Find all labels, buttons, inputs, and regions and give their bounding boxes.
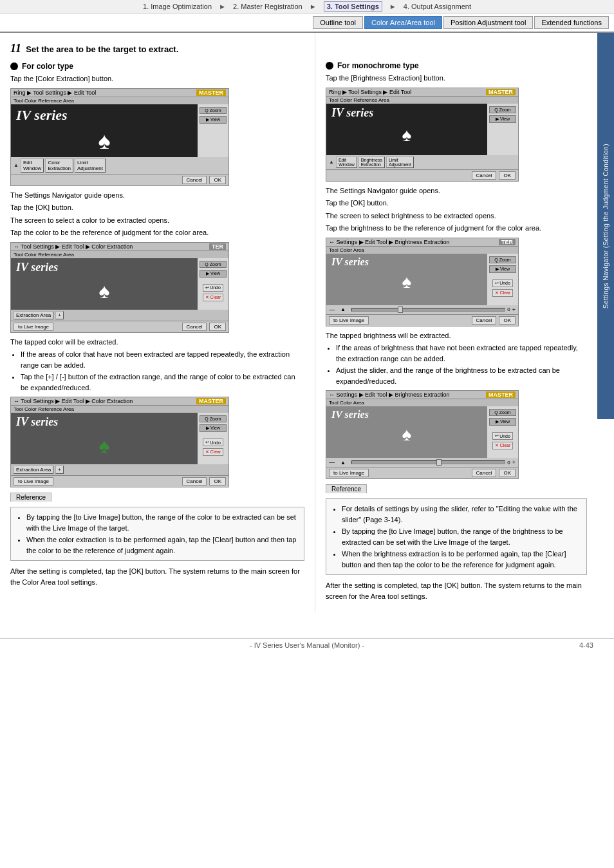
tab-outline-tool[interactable]: Outline tool [313,16,363,29]
left-closing: After the setting is completed, tap the … [10,566,304,587]
undo-btn-l3[interactable]: ↩ Undo [203,439,223,446]
ok-btn-l1[interactable]: OK [209,176,226,184]
undo-btn-l2[interactable]: ↩ Undo [203,284,223,292]
left-bullets: If the areas of color that have not been… [21,349,304,393]
zoom-btn-l2[interactable]: Q Zoom [200,261,227,268]
zoom-btn-r3[interactable]: Q Zoom [489,409,516,416]
plus-btn-l2[interactable]: + [55,311,64,319]
zoom-btn-r2[interactable]: Q Zoom [489,256,516,263]
left-step3: Tap the [OK] button. [10,202,304,213]
ui-screenshot-right-1: Ring ▶ Tool Settings ▶ Edit Tool MASTER … [326,88,519,182]
ui-screenshot-left-2: ↔ Tool Settings ▶ Edit Tool ▶ Color Extr… [10,242,229,333]
bullet-icon-right [326,62,333,70]
footer-text: - IV Series User's Manual (Monitor) - [250,641,364,649]
edit-window-btn-l1[interactable]: EditWindow [21,158,44,173]
right-step1: Tap the [Brightness Extraction] button. [326,73,587,84]
clear-btn-l2[interactable]: ✕ Clear [203,294,224,301]
left-column: 11 Set the area to be the target to extr… [0,33,315,612]
undo-btn-r3[interactable]: ↩ Undo [492,432,513,440]
extract-area-btn-l3[interactable]: Extraction Area [14,466,53,474]
breadcrumb-item-2: 2. Master Registration [233,3,302,10]
ok-btn-r1[interactable]: OK [499,171,516,180]
zoom-btn-r1[interactable]: Q Zoom [489,106,516,113]
left-step6: The tapped color will be extracted. [10,337,304,348]
breadcrumb-item-3: 3. Tool Settings [324,1,382,12]
clear-btn-r3[interactable]: ✕ Clear [492,442,514,449]
to-live-btn-r3[interactable]: to Live Image [329,469,369,477]
tab-color-area[interactable]: Color Area/Area tool [364,16,442,29]
ok-btn-l3[interactable]: OK [209,477,226,486]
cancel-btn-l1[interactable]: Cancel [182,176,207,184]
tab-extended-functions[interactable]: Extended functions [534,16,609,29]
edit-window-btn-r1[interactable]: EditWindow [336,156,357,168]
reference-tab-right: Reference [326,484,367,493]
zoom-btn-l1[interactable]: Q Zoom [200,107,227,114]
left-step5: Tap the color to be the reference of jud… [10,227,304,238]
cancel-btn-r3[interactable]: Cancel [472,469,497,477]
bullet-icon [10,62,18,70]
right-column: For monochrome type Tap the [Brightness … [315,33,597,612]
cancel-btn-r2[interactable]: Cancel [472,316,497,325]
right-step2: The Settings Navigator guide opens. [326,185,587,196]
view-btn-r1[interactable]: ▶ View [489,115,516,123]
to-live-btn-r2[interactable]: to Live Image [329,316,369,325]
chapter-label: Settings Navigator (Setting the Judgment… [597,33,614,419]
view-btn-l1[interactable]: ▶ View [200,116,227,124]
to-live-btn-l2[interactable]: to Live Image [14,323,53,331]
section-header: 11 Set the area to be the target to extr… [10,42,304,55]
view-btn-l3[interactable]: ▶ View [200,424,227,432]
ui-screenshot-left-1: Ring ▶ Tool Settings ▶ Edit Tool MASTER … [10,88,229,186]
clear-btn-l3[interactable]: ✕ Clear [203,448,224,456]
right-step6: The tapped brightness will be extracted. [326,330,587,341]
clear-btn-r2[interactable]: ✕ Clear [492,289,514,297]
breadcrumb: 1. Image Optimization ► 2. Master Regist… [0,0,614,14]
zoom-btn-l3[interactable]: Q Zoom [200,415,227,422]
to-live-btn-l3[interactable]: to Live Image [14,477,53,486]
limit-adj-btn-l1[interactable]: LimitAdjustment [75,158,106,173]
left-step1: Tap the [Color Extraction] button. [10,73,304,84]
cancel-btn-l2[interactable]: Cancel [182,323,207,331]
ui-screenshot-left-3: ↔ Tool Settings ▶ Edit Tool ▶ Color Extr… [10,397,229,487]
ui-screenshot-right-2: ↔ Settings ▶ Edit Tool ▶ Brightness Extr… [326,238,519,326]
right-subsection-title: For monochrome type [326,61,587,70]
reference-list-right: For details of settings by using the sli… [342,504,581,570]
right-bullets: If the areas of brightness that have not… [336,343,587,386]
cancel-btn-r1[interactable]: Cancel [472,171,497,180]
limit-adj-btn-r1[interactable]: LimitAdjustment [386,156,414,168]
section-title: Set the area to be the target to extract… [26,44,178,54]
view-btn-r3[interactable]: ▶ View [489,418,516,426]
extract-area-btn-l2[interactable]: Extraction Area [14,311,53,319]
left-step4: The screen to select a color to be extra… [10,215,304,226]
plus-btn-l3[interactable]: + [55,466,64,474]
step-number: 11 [10,42,21,55]
right-step4: The screen to select brightness to be ex… [326,211,587,222]
right-step3: Tap the [OK] button. [326,198,587,209]
reference-section-left: Reference By tapping the [to Live Image]… [10,493,304,561]
cancel-btn-l3[interactable]: Cancel [182,477,207,486]
ok-btn-r3[interactable]: OK [499,469,516,477]
view-btn-r2[interactable]: ▶ View [489,265,516,273]
ok-btn-l2[interactable]: OK [209,323,226,331]
page-number: 4-43 [579,641,593,649]
reference-list-left: By tapping the [to Live Image] button, t… [26,512,299,556]
breadcrumb-item-4: 4. Output Assignment [404,3,471,10]
reference-section-right: Reference For details of settings by usi… [326,484,587,575]
view-btn-l2[interactable]: ▶ View [200,270,227,278]
tab-position-adjustment[interactable]: Position Adjustment tool [443,16,533,29]
ui-screenshot-right-3: ↔ Settings ▶ Edit Tool ▶ Brightness Extr… [326,390,519,479]
color-extract-btn-l1[interactable]: ColorExtraction [45,158,73,173]
brightness-slider-r2[interactable] [351,308,505,312]
breadcrumb-item-1: 1. Image Optimization [143,3,212,10]
brightness-extract-btn-r1[interactable]: BrightnessExtraction [358,156,385,168]
brightness-slider-r3[interactable] [351,460,505,464]
tab-bar: Outline tool Color Area/Area tool Positi… [0,14,614,33]
right-closing: After the setting is completed, tap the … [326,580,587,601]
reference-tab-left: Reference [10,493,51,502]
undo-btn-r2[interactable]: ↩ Undo [492,279,513,287]
left-step2: The Settings Navigator guide opens. [10,190,304,201]
right-step5: Tap the brightness to be the reference o… [326,223,587,234]
left-subsection-title: For color type [10,62,304,71]
ok-btn-r2[interactable]: OK [499,316,516,325]
